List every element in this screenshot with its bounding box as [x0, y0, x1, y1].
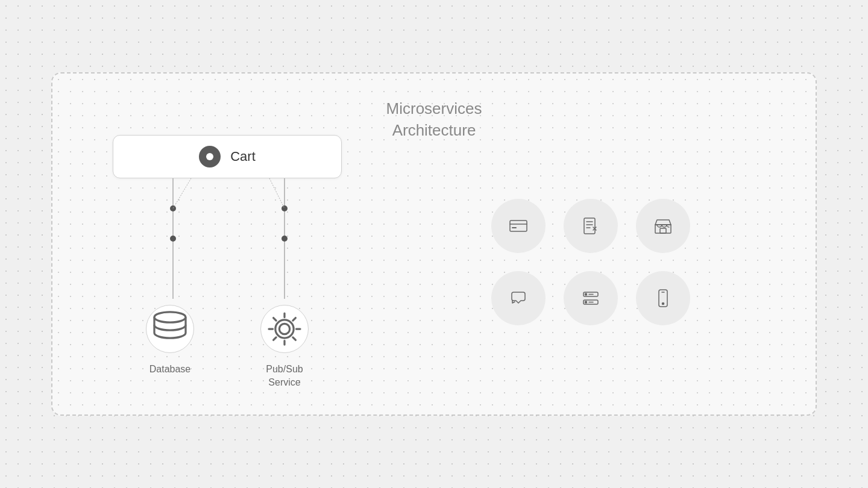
- title-block: Microservices Architecture: [386, 98, 482, 142]
- database-icon-circle: [146, 305, 194, 353]
- connections-area: [113, 178, 342, 299]
- receipt-icon-circle: [564, 199, 618, 253]
- database-node: Database: [146, 305, 194, 390]
- storefront-icon: [652, 215, 674, 237]
- gear-icon: [261, 305, 308, 352]
- page-title: Microservices Architecture: [386, 98, 482, 142]
- svg-point-8: [154, 311, 186, 322]
- credit-card-icon: [508, 215, 529, 237]
- svg-point-5: [281, 236, 288, 242]
- svg-rect-11: [510, 221, 527, 231]
- svg-point-24: [585, 301, 587, 303]
- svg-point-29: [662, 303, 664, 305]
- receipt-icon: [580, 215, 602, 237]
- cart-label: Cart: [230, 149, 256, 164]
- chat-icon: [508, 287, 529, 309]
- mobile-icon: [652, 287, 674, 309]
- database-icon: [146, 305, 193, 352]
- svg-point-2: [170, 236, 176, 242]
- svg-point-23: [585, 293, 587, 295]
- chat-icon-circle: [491, 271, 546, 325]
- svg-line-6: [173, 178, 191, 208]
- main-container: Microservices Architecture Cart: [51, 72, 817, 416]
- left-section: Cart: [77, 99, 342, 390]
- storefront-icon-circle: [636, 199, 690, 253]
- right-section: [342, 163, 791, 325]
- pubsub-label: Pub/SubService: [266, 363, 303, 390]
- database-label: Database: [149, 363, 191, 376]
- svg-rect-14: [584, 218, 595, 234]
- cart-icon-circle: [199, 146, 221, 167]
- pubsub-node: Pub/SubService: [260, 305, 309, 390]
- pubsub-icon-circle: [260, 305, 309, 353]
- icon-grid: [491, 199, 690, 325]
- credit-card-icon-circle: [491, 199, 546, 253]
- svg-point-9: [279, 324, 289, 334]
- server-icon: [580, 287, 602, 309]
- svg-line-7: [269, 178, 285, 208]
- server-icon-circle: [564, 271, 618, 325]
- bottom-nodes: Database Pub/SubService: [113, 299, 342, 390]
- connections-svg: [113, 178, 342, 299]
- cart-box: Cart: [113, 135, 342, 178]
- mobile-icon-circle: [636, 271, 690, 325]
- svg-point-10: [275, 319, 294, 337]
- svg-rect-20: [660, 228, 666, 233]
- cart-icon-inner: [206, 153, 213, 160]
